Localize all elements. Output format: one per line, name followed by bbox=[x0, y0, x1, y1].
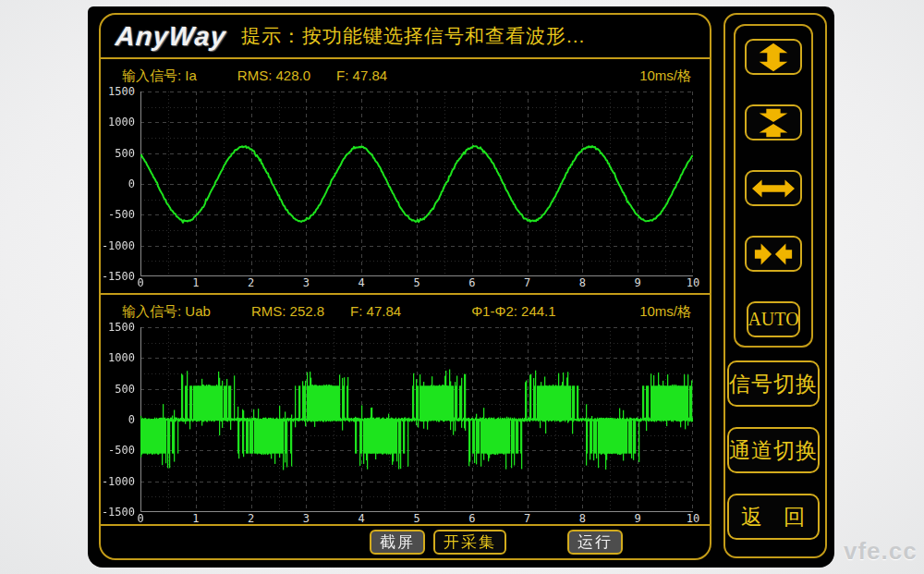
channel-1-plot-area: 150010005000-500-1000-1500012345678910 bbox=[101, 92, 710, 289]
x-tick-label: 5 bbox=[403, 277, 431, 289]
back-label-right: 回 bbox=[784, 503, 806, 531]
channel-2-plot-area: 150010005000-500-1000-1500012345678910 bbox=[101, 327, 710, 525]
vertical-compress-icon bbox=[752, 108, 795, 138]
freq-value: 47.84 bbox=[367, 303, 402, 327]
signal-name: Ia bbox=[185, 67, 197, 92]
side-control-panel: AUTO 信号切换 通道切换 返 回 bbox=[723, 13, 827, 558]
y-tick-label: -1000 bbox=[101, 475, 135, 488]
y-tick-label: 1500 bbox=[101, 321, 135, 334]
y-tick-label: 1000 bbox=[101, 351, 135, 364]
channel-2-panel: 输入信号: Uab RMS: 252.8 F: 47.84 Φ1-Φ2: 244… bbox=[101, 293, 710, 524]
signal-switch-button[interactable]: 信号切换 bbox=[727, 360, 820, 407]
x-tick-label: 8 bbox=[568, 277, 596, 289]
zoom-control-group: AUTO bbox=[734, 24, 813, 348]
x-tick-label: 3 bbox=[292, 277, 320, 289]
main-display-frame: AnyWay 提示：按功能键选择信号和查看波形... 输入信号: Ia RMS:… bbox=[99, 13, 711, 560]
y-tick-label: -1000 bbox=[101, 239, 135, 252]
x-tick-label: 1 bbox=[182, 277, 210, 289]
watermark: vfe.cc bbox=[844, 537, 918, 566]
auto-button[interactable]: AUTO bbox=[747, 301, 800, 337]
back-label-left: 返 bbox=[741, 503, 763, 531]
channel-2-header: 输入信号: Uab RMS: 252.8 F: 47.84 Φ1-Φ2: 244… bbox=[101, 295, 710, 327]
y-tick-label: 1500 bbox=[101, 85, 135, 98]
channel-1-panel: 输入信号: Ia RMS: 428.0 F: 47.84 10ms/格 1500… bbox=[101, 59, 710, 293]
run-button[interactable]: 运行 bbox=[567, 530, 623, 555]
vertical-expand-button[interactable] bbox=[745, 39, 802, 75]
rms-value: 428.0 bbox=[276, 67, 311, 92]
freq-label: F: bbox=[350, 303, 367, 327]
x-tick-label: 10 bbox=[679, 277, 707, 289]
horizontal-expand-button[interactable] bbox=[745, 170, 802, 206]
phase-value: 244.1 bbox=[521, 303, 556, 327]
y-tick-label: 500 bbox=[101, 383, 135, 396]
horizontal-compress-icon bbox=[752, 239, 795, 269]
x-tick-label: 4 bbox=[347, 277, 375, 289]
start-acquisition-button[interactable]: 开采集 bbox=[433, 530, 506, 555]
rms-value: 252.8 bbox=[290, 303, 325, 327]
channel-1-waveform bbox=[140, 92, 693, 276]
title-bar: AnyWay 提示：按功能键选择信号和查看波形... bbox=[101, 15, 710, 59]
phase-label: Φ1-Φ2: bbox=[471, 303, 521, 327]
horizontal-expand-icon bbox=[752, 174, 795, 203]
anyway-logo: AnyWay bbox=[115, 21, 227, 52]
screenshot-button[interactable]: 截屏 bbox=[370, 530, 425, 555]
rms-label: RMS: bbox=[251, 303, 290, 327]
y-tick-label: 1000 bbox=[101, 116, 135, 128]
timebase-value: 10ms/格 bbox=[639, 67, 691, 92]
x-tick-label: 0 bbox=[127, 277, 154, 289]
status-message: 提示：按功能键选择信号和查看波形... bbox=[241, 23, 586, 49]
x-tick-label: 6 bbox=[458, 277, 486, 289]
y-tick-label: 500 bbox=[101, 147, 135, 160]
x-tick-label: 7 bbox=[514, 277, 541, 289]
timebase-value: 10ms/格 bbox=[639, 303, 691, 327]
bottom-toolbar: 截屏 开采集 运行 bbox=[101, 524, 710, 558]
channel-1-header: 输入信号: Ia RMS: 428.0 F: 47.84 10ms/格 bbox=[101, 59, 710, 92]
freq-label: F: bbox=[336, 67, 353, 92]
horizontal-compress-button[interactable] bbox=[745, 236, 802, 272]
vertical-expand-icon bbox=[752, 43, 795, 72]
analyzer-screen: AnyWay 提示：按功能键选择信号和查看波形... 输入信号: Ia RMS:… bbox=[88, 6, 834, 568]
back-button[interactable]: 返 回 bbox=[727, 494, 820, 540]
y-tick-label: 0 bbox=[101, 413, 135, 426]
vertical-compress-button[interactable] bbox=[745, 104, 802, 140]
page-background: AnyWay 提示：按功能键选择信号和查看波形... 输入信号: Ia RMS:… bbox=[0, 0, 924, 574]
channel-2-waveform bbox=[140, 327, 693, 512]
signal-name: Uab bbox=[185, 303, 211, 327]
freq-value: 47.84 bbox=[353, 67, 388, 92]
x-tick-label: 9 bbox=[624, 277, 651, 289]
channel-switch-button[interactable]: 通道切换 bbox=[727, 427, 820, 473]
x-tick-label: 2 bbox=[237, 277, 265, 289]
y-tick-label: -500 bbox=[101, 208, 135, 221]
y-tick-label: -500 bbox=[101, 444, 135, 457]
y-tick-label: 0 bbox=[101, 177, 135, 190]
rms-label: RMS: bbox=[237, 67, 276, 92]
